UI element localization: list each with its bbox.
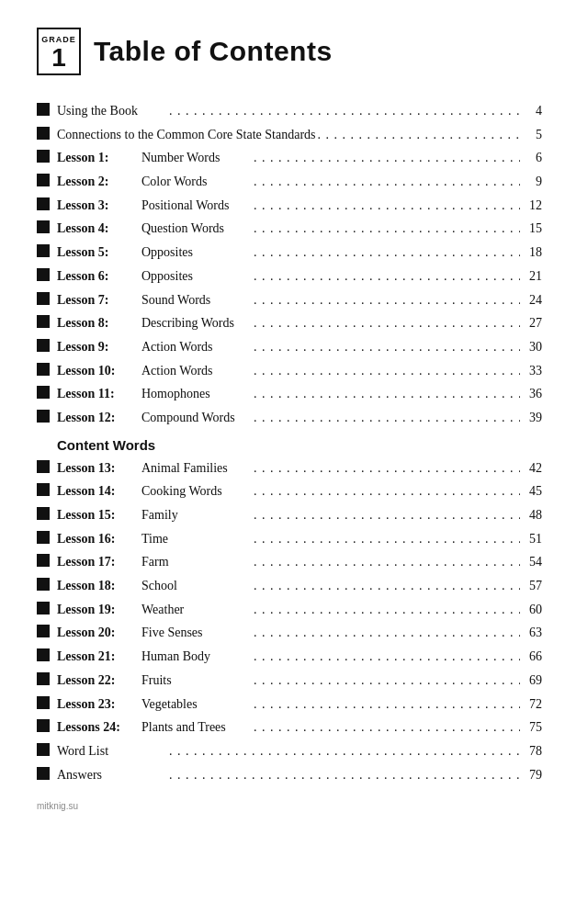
lesson-topic: Connections to the Common Core State Sta… <box>57 125 316 145</box>
lesson-label: Lesson 20: <box>57 623 141 643</box>
lesson-label: Lesson 5: <box>57 242 141 263</box>
lesson-label: Lesson 15: <box>57 505 141 525</box>
lesson-topic: Color Words <box>141 172 252 192</box>
list-item: Lesson 19:Weather . . . . . . . . . . . … <box>37 600 542 620</box>
lesson-label: Lesson 7: <box>57 290 141 310</box>
list-item: Lesson 1:Number Words . . . . . . . . . … <box>37 148 542 168</box>
list-item: Lesson 13:Animal Families . . . . . . . … <box>37 458 542 479</box>
lesson-label: Lesson 6: <box>57 266 141 287</box>
dots: . . . . . . . . . . . . . . . . . . . . … <box>252 694 520 715</box>
bullet-icon <box>37 363 50 376</box>
list-item: Lesson 22:Fruits . . . . . . . . . . . .… <box>37 671 542 691</box>
page-number: 33 <box>520 361 542 381</box>
page-number: 5 <box>520 125 542 145</box>
lesson-label: Lesson 21: <box>57 647 141 667</box>
page-number: 79 <box>520 765 542 785</box>
page-number: 6 <box>520 148 542 168</box>
list-item: Lesson 2:Color Words . . . . . . . . . .… <box>37 172 542 192</box>
lesson-label: Lesson 9: <box>57 337 141 357</box>
dots: . . . . . . . . . . . . . . . . . . . . … <box>252 384 520 404</box>
lesson-topic: Using the Book <box>57 101 167 121</box>
page-number: 4 <box>520 101 542 121</box>
lesson-label: Lesson 13: <box>57 458 141 479</box>
lesson-topic: Human Body <box>141 647 252 667</box>
lesson-label: Lesson 17: <box>57 552 141 572</box>
watermark: mitknig.su <box>37 801 542 811</box>
bullet-icon <box>37 150 50 163</box>
bullet-icon <box>37 483 50 496</box>
lesson-topic: Homophones <box>141 384 252 404</box>
bullet-icon <box>37 578 50 591</box>
lesson-topic: Five Senses <box>141 623 252 643</box>
list-item: Lesson 14:Cooking Words . . . . . . . . … <box>37 481 542 502</box>
lesson-topic: Number Words <box>141 148 252 168</box>
dots: . . . . . . . . . . . . . . . . . . . . … <box>252 290 520 310</box>
bullet-icon <box>37 315 50 328</box>
lesson-label: Lesson 18: <box>57 576 141 596</box>
page-number: 75 <box>520 717 542 738</box>
lesson-topic: Compound Words <box>141 408 252 428</box>
dots: . . . . . . . . . . . . . . . . . . . . … <box>252 337 520 357</box>
dots: . . . . . . . . . . . . . . . . . . . . … <box>167 741 520 761</box>
lesson-topic: Sound Words <box>141 290 252 310</box>
lesson-topic: Fruits <box>141 671 252 691</box>
content-list: Lesson 13:Animal Families . . . . . . . … <box>37 458 542 785</box>
dots: . . . . . . . . . . . . . . . . . . . . … <box>252 219 520 239</box>
page-title: Table of Contents <box>94 36 333 67</box>
lesson-label: Lesson 3: <box>57 196 141 216</box>
bullet-icon <box>37 648 50 661</box>
list-item: Lesson 18:School . . . . . . . . . . . .… <box>37 576 542 596</box>
list-item: Word List . . . . . . . . . . . . . . . … <box>37 741 542 761</box>
page-number: 69 <box>520 671 542 691</box>
lesson-label: Lesson 12: <box>57 408 141 428</box>
lesson-topic: Cooking Words <box>141 481 252 502</box>
dots: . . . . . . . . . . . . . . . . . . . . … <box>316 125 520 145</box>
page-number: 78 <box>520 741 542 761</box>
lesson-label: Lesson 22: <box>57 671 141 691</box>
lesson-label: Lesson 19: <box>57 600 141 620</box>
bullet-icon <box>37 696 50 709</box>
page-number: 30 <box>520 337 542 357</box>
page-number: 15 <box>520 219 542 239</box>
dots: . . . . . . . . . . . . . . . . . . . . … <box>252 717 520 738</box>
bullet-icon <box>37 767 50 780</box>
page-header: GRADE 1 Table of Contents <box>37 28 542 75</box>
bullet-icon <box>37 174 50 186</box>
page-number: 60 <box>520 600 542 620</box>
page-number: 39 <box>520 408 542 428</box>
lesson-topic: Action Words <box>141 337 252 357</box>
list-item: Lesson 7:Sound Words . . . . . . . . . .… <box>37 290 542 310</box>
bullet-icon <box>37 127 50 140</box>
lesson-label: Lesson 2: <box>57 172 141 192</box>
lesson-topic: Action Words <box>141 361 252 381</box>
lesson-topic: Opposites <box>141 242 252 263</box>
grade-box: GRADE 1 <box>37 28 81 75</box>
bullet-icon <box>37 197 50 210</box>
dots: . . . . . . . . . . . . . . . . . . . . … <box>252 361 520 381</box>
lesson-topic: Animal Families <box>141 458 252 479</box>
bullet-icon <box>37 743 50 756</box>
list-item: Lesson 9:Action Words . . . . . . . . . … <box>37 337 542 357</box>
dots: . . . . . . . . . . . . . . . . . . . . … <box>252 623 520 643</box>
bullet-icon <box>37 339 50 352</box>
lesson-topic: Word List <box>57 741 167 761</box>
bullet-icon <box>37 625 50 637</box>
bullet-icon <box>37 672 50 685</box>
page-number: 63 <box>520 623 542 643</box>
dots: . . . . . . . . . . . . . . . . . . . . … <box>252 600 520 620</box>
lesson-topic: Positional Words <box>141 196 252 216</box>
lesson-label: Lessons 24: <box>57 717 141 738</box>
lesson-label: Lesson 10: <box>57 361 141 381</box>
lesson-topic: Farm <box>141 552 252 572</box>
dots: . . . . . . . . . . . . . . . . . . . . … <box>252 266 520 287</box>
list-item: Lesson 16:Time . . . . . . . . . . . . .… <box>37 529 542 549</box>
list-item: Lesson 21:Human Body . . . . . . . . . .… <box>37 647 542 667</box>
page-number: 12 <box>520 196 542 216</box>
lesson-label: Lesson 11: <box>57 384 141 404</box>
page-number: 51 <box>520 529 542 549</box>
page-number: 24 <box>520 290 542 310</box>
bullet-icon <box>37 244 50 257</box>
lesson-topic: Family <box>141 505 252 525</box>
bullet-icon <box>37 719 50 732</box>
lesson-topic: School <box>141 576 252 596</box>
